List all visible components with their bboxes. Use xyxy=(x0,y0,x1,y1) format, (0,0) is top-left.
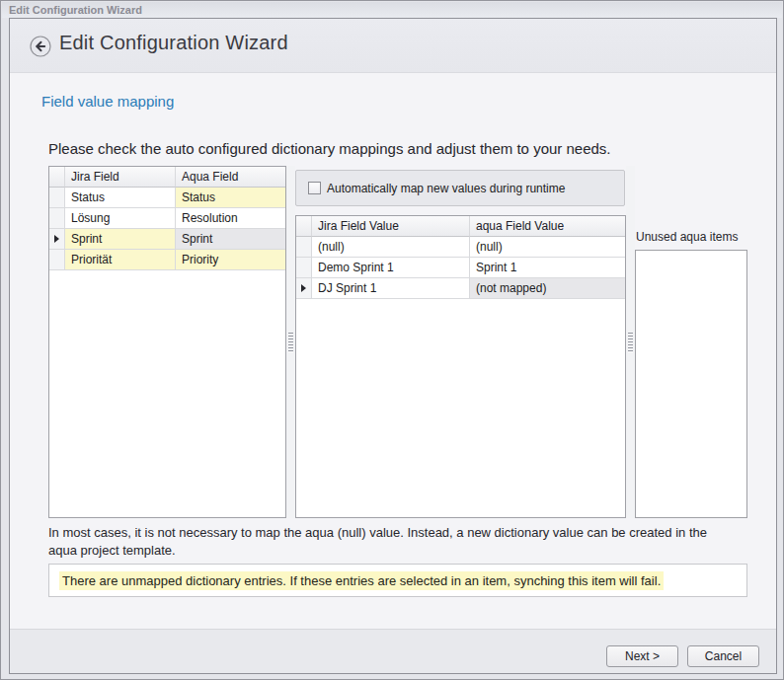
cell-jira-field-value[interactable]: Demo Sprint 1 xyxy=(312,258,470,278)
next-button[interactable]: Next > xyxy=(606,645,678,667)
edit-configuration-wizard-window: Edit Configuration Wizard Edit Configura… xyxy=(0,0,784,680)
cell-aqua-field-value[interactable]: (null) xyxy=(470,237,625,258)
null-mapping-note: In most cases, it is not necessary to ma… xyxy=(48,524,763,560)
column-header-aqua-field[interactable]: Aqua Field xyxy=(176,167,285,188)
grid-header-row: Jira Field Aqua Field xyxy=(49,167,285,188)
row-indicator-header xyxy=(296,216,312,237)
row-indicator-cell xyxy=(296,237,312,258)
cell-jira-field[interactable]: Status xyxy=(65,188,176,208)
column-header-jira-field-value[interactable]: Jira Field Value xyxy=(312,216,470,237)
vertical-splitter-left[interactable] xyxy=(286,166,295,518)
cell-jira-field[interactable]: Lösung xyxy=(65,208,176,229)
wizard-header: Edit Configuration Wizard xyxy=(10,19,776,73)
instruction-text: Please check the auto configured diction… xyxy=(48,140,611,157)
row-indicator-cell xyxy=(49,208,65,229)
page-title: Edit Configuration Wizard xyxy=(59,32,288,54)
auto-map-checkbox-label[interactable]: Automatically map new values during runt… xyxy=(327,182,565,195)
vertical-splitter-right[interactable] xyxy=(626,166,635,518)
table-row[interactable]: (null) (null) xyxy=(296,237,625,258)
splitter-grip-icon xyxy=(288,332,293,352)
cell-jira-field[interactable]: Sprint xyxy=(65,229,176,250)
table-row[interactable]: Lösung Resolution xyxy=(49,208,285,229)
value-mapping-grid: Jira Field Value aqua Field Value (null)… xyxy=(295,215,626,518)
back-arrow-icon xyxy=(30,36,51,57)
cell-aqua-field[interactable]: Priority xyxy=(176,250,285,270)
table-row-selected[interactable]: DJ Sprint 1 (not mapped) xyxy=(296,278,625,299)
cell-aqua-field[interactable]: Resolution xyxy=(176,208,285,229)
window-titlebar[interactable]: Edit Configuration Wizard xyxy=(2,2,782,18)
unused-aqua-items-label: Unused aqua items xyxy=(636,230,738,244)
cell-aqua-field[interactable]: Sprint xyxy=(176,229,285,250)
unused-aqua-items-listbox[interactable] xyxy=(635,250,747,518)
table-row[interactable]: Priorität Priority xyxy=(49,250,285,270)
unmapped-entries-warning: There are unmapped dictionary entries. I… xyxy=(59,571,664,590)
column-header-aqua-field-value[interactable]: aqua Field Value xyxy=(470,216,625,237)
auto-map-panel: Automatically map new values during runt… xyxy=(295,170,625,206)
cell-jira-field-value[interactable]: DJ Sprint 1 xyxy=(312,278,470,299)
row-indicator-cell xyxy=(49,188,65,208)
row-indicator-header xyxy=(49,167,65,188)
cell-aqua-field[interactable]: Status xyxy=(176,188,285,208)
cancel-button[interactable]: Cancel xyxy=(687,645,759,667)
cell-jira-field-value[interactable]: (null) xyxy=(312,237,470,258)
row-indicator-cell xyxy=(49,250,65,270)
table-row-selected[interactable]: Sprint Sprint xyxy=(49,229,285,250)
wizard-dialog: Edit Configuration Wizard Field value ma… xyxy=(9,18,777,674)
warning-box: There are unmapped dictionary entries. I… xyxy=(48,564,747,597)
row-indicator-cell xyxy=(296,258,312,278)
wizard-footer: Next > Cancel xyxy=(10,629,776,673)
grid-header-row: Jira Field Value aqua Field Value xyxy=(296,216,625,237)
table-row[interactable]: Status Status xyxy=(49,188,285,208)
auto-map-checkbox[interactable] xyxy=(308,182,321,194)
table-row[interactable]: Demo Sprint 1 Sprint 1 xyxy=(296,258,625,278)
current-row-indicator-icon xyxy=(49,229,65,250)
section-heading: Field value mapping xyxy=(41,93,174,110)
current-row-indicator-icon xyxy=(296,278,312,299)
cell-aqua-field-value[interactable]: Sprint 1 xyxy=(470,258,625,278)
window-title: Edit Configuration Wizard xyxy=(9,4,142,16)
column-header-jira-field[interactable]: Jira Field xyxy=(65,167,176,188)
field-mapping-grid: Jira Field Aqua Field Status Status Lösu… xyxy=(48,166,286,518)
cell-jira-field[interactable]: Priorität xyxy=(65,250,176,270)
splitter-grip-icon xyxy=(628,332,633,352)
cell-aqua-field-value[interactable]: (not mapped) xyxy=(470,278,625,299)
back-button[interactable] xyxy=(30,36,51,57)
